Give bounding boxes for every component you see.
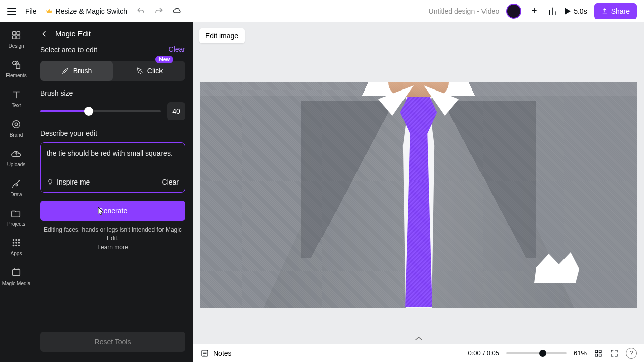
svg-point-14 <box>13 245 15 247</box>
generate-button[interactable]: Generate <box>40 201 185 221</box>
rail-draw[interactable]: Draw <box>10 177 22 197</box>
panel-body: Select area to edit Clear New Brush Clic… <box>32 45 193 252</box>
uploads-icon <box>10 148 22 160</box>
notes-label: Notes <box>213 349 232 357</box>
svg-point-6 <box>15 123 18 126</box>
rail-apps[interactable]: Apps <box>10 237 22 256</box>
notes-button[interactable]: Notes <box>200 349 232 358</box>
grid-view-icon[interactable] <box>594 349 603 358</box>
clear-selection-button[interactable]: Clear <box>169 45 185 53</box>
top-bar: File Resize & Magic Switch Untitled desi… <box>0 0 644 22</box>
canvas-image[interactable] <box>200 82 637 308</box>
brush-size-label: Brush size <box>40 89 185 97</box>
redo-icon[interactable] <box>154 7 164 16</box>
add-member-button[interactable]: + <box>528 5 540 17</box>
inspire-me-button[interactable]: Inspire me <box>47 178 90 186</box>
svg-point-10 <box>18 239 20 241</box>
select-area-label: Select area to edit <box>40 46 97 54</box>
prompt-input[interactable]: the tie should be red with small squares… <box>40 142 185 193</box>
svg-point-16 <box>18 245 20 247</box>
reset-tools-button[interactable]: Reset Tools <box>40 332 185 352</box>
duration-label: 5.0s <box>574 7 587 15</box>
svg-rect-17 <box>13 270 20 276</box>
menu-icon[interactable] <box>7 8 16 15</box>
learn-more-link[interactable]: Learn more <box>97 244 128 251</box>
text-icon <box>10 88 22 101</box>
rail-projects-label: Projects <box>7 221 25 227</box>
cloud-sync-icon[interactable] <box>173 7 182 16</box>
svg-rect-2 <box>13 36 16 39</box>
svg-point-12 <box>15 242 17 244</box>
bottom-bar: Notes 0:00 / 0:05 61% ? <box>193 344 644 362</box>
document-title[interactable]: Untitled design - Video <box>429 7 500 15</box>
panel-title: Magic Edit <box>55 29 91 38</box>
elements-icon <box>10 59 22 71</box>
lightbulb-icon <box>47 178 54 186</box>
prompt-text[interactable]: the tie should be red with small squares… <box>47 149 179 158</box>
clear-prompt-button[interactable]: Clear <box>162 178 179 186</box>
back-icon[interactable] <box>40 30 48 38</box>
new-badge: New <box>155 56 173 63</box>
rail-magic-media-label: Magic Media <box>2 281 31 286</box>
panel-header: Magic Edit <box>32 22 193 45</box>
rail-uploads[interactable]: Uploads <box>7 148 26 167</box>
magic-edit-panel: Magic Edit Select area to edit Clear New… <box>32 22 193 362</box>
svg-rect-21 <box>595 354 598 356</box>
slider-thumb[interactable] <box>84 107 93 116</box>
svg-rect-3 <box>17 36 20 39</box>
bottombar-right: 0:00 / 0:05 61% ? <box>468 348 637 359</box>
brush-size-slider[interactable] <box>40 106 161 116</box>
timeline-expand-icon[interactable] <box>413 335 425 342</box>
topbar-left: File Resize & Magic Switch <box>7 7 182 16</box>
rail-elements[interactable]: Elements <box>6 59 27 78</box>
upload-icon <box>601 8 608 15</box>
rail-brand[interactable]: Brand <box>10 118 23 138</box>
rail-brand-label: Brand <box>10 132 23 138</box>
rail-design[interactable]: Design <box>8 29 24 49</box>
help-icon[interactable]: ? <box>626 348 637 359</box>
svg-rect-19 <box>595 350 598 353</box>
play-button[interactable]: 5.0s <box>565 7 587 15</box>
disclaimer-text: Editing faces, hands or legs isn't inten… <box>44 226 182 242</box>
svg-rect-20 <box>599 350 602 353</box>
svg-point-8 <box>13 239 15 241</box>
rail-text[interactable]: Text <box>10 88 22 108</box>
rail-elements-label: Elements <box>6 73 27 78</box>
zoom-thumb[interactable] <box>539 350 546 357</box>
topbar-right: Untitled design - Video + 5.0s Share <box>429 3 637 19</box>
cursor-icon <box>98 207 105 216</box>
svg-point-9 <box>15 239 17 241</box>
share-button[interactable]: Share <box>594 3 637 19</box>
rail-draw-label: Draw <box>10 192 22 197</box>
fullscreen-icon[interactable] <box>610 349 619 358</box>
brush-tool-tab[interactable]: Brush <box>40 61 113 81</box>
zoom-percent[interactable]: 61% <box>574 349 587 357</box>
inspire-label: Inspire me <box>57 178 90 186</box>
svg-point-11 <box>13 242 15 244</box>
undo-icon[interactable] <box>136 7 145 16</box>
zoom-slider[interactable] <box>506 349 567 357</box>
play-icon <box>565 8 571 15</box>
tool-segmented: New Brush Click <box>40 61 185 81</box>
rail-projects[interactable]: Projects <box>7 207 25 227</box>
canvas-area: Edit image <box>193 22 644 344</box>
share-label: Share <box>611 7 630 15</box>
svg-rect-0 <box>13 32 16 35</box>
crown-icon <box>46 8 53 15</box>
edit-image-button[interactable]: Edit image <box>199 28 245 43</box>
resize-magic-switch[interactable]: Resize & Magic Switch <box>46 7 127 15</box>
projects-icon <box>10 207 22 219</box>
resize-label: Resize & Magic Switch <box>56 7 127 15</box>
avatar[interactable] <box>506 4 521 19</box>
svg-rect-1 <box>17 32 20 35</box>
svg-point-15 <box>15 245 17 247</box>
brush-size-value[interactable]: 40 <box>167 102 185 120</box>
analytics-icon[interactable] <box>547 6 557 16</box>
rail-uploads-label: Uploads <box>7 162 26 167</box>
disclaimer: Editing faces, hands or legs isn't inten… <box>40 226 185 252</box>
file-menu[interactable]: File <box>25 7 37 15</box>
click-tool-tab[interactable]: Click <box>113 61 185 81</box>
design-icon <box>10 29 22 41</box>
brush-icon <box>61 67 69 75</box>
rail-magic-media[interactable]: Magic Media <box>2 266 31 286</box>
